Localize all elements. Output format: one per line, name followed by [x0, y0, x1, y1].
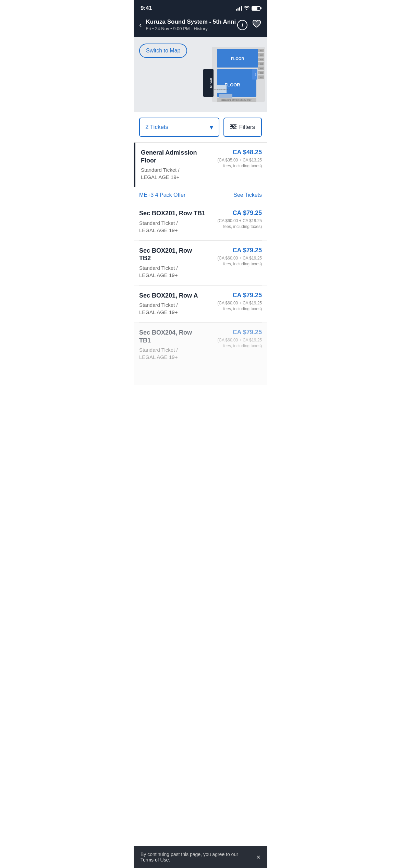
ticket-right: CA $79.25 (CA $60.00 + CA $19.25 fees, i…	[210, 329, 262, 349]
ticket-fee: (CA $60.00 + CA $19.25 fees, including t…	[210, 218, 262, 230]
heart-icon	[252, 20, 261, 30]
svg-text:MIX: MIX	[255, 73, 257, 76]
ticket-item[interactable]: General AdmissionFloor Standard Ticket /…	[134, 143, 267, 187]
svg-text:FLOOR: FLOOR	[225, 82, 241, 87]
ticket-section-name: Sec BOX201, Row A	[139, 292, 206, 300]
ticket-section-name: Sec BOX201, Row TB1	[139, 209, 206, 217]
ticket-item[interactable]: Sec BOX201, Row A Standard Ticket /LEGAL…	[134, 286, 267, 322]
svg-text:STAGE: STAGE	[209, 78, 212, 88]
ticket-price: CA $79.25	[210, 247, 262, 254]
wifi-icon	[244, 6, 250, 11]
ticket-section-name: General AdmissionFloor	[141, 149, 206, 164]
offer-label: ME+3 4 Pack Offer	[139, 192, 185, 198]
svg-point-31	[231, 124, 233, 126]
tickets-dropdown[interactable]: 2 Tickets ▾	[139, 118, 219, 137]
ticket-item[interactable]: Sec BOX204, RowTB1 Standard Ticket /LEGA…	[134, 323, 267, 385]
ticket-right: CA $79.25 (CA $60.00 + CA $19.25 fees, i…	[210, 209, 262, 230]
ticket-item[interactable]: Sec BOX201, Row TB1 Standard Ticket /LEG…	[134, 203, 267, 240]
ticket-left: Sec BOX204, RowTB1 Standard Ticket /LEGA…	[139, 329, 210, 361]
ticket-details: Standard Ticket /LEGAL AGE 19+	[139, 219, 206, 234]
svg-point-33	[232, 128, 233, 129]
venue-map-svg: FLOOR 201 202 203 204 205 206 207 FLOOR …	[191, 44, 267, 105]
ticket-price: CA $48.25	[210, 149, 262, 156]
back-button[interactable]: ‹	[139, 21, 142, 29]
svg-text:203: 203	[260, 59, 263, 61]
ticket-right: CA $79.25 (CA $60.00 + CA $19.25 fees, i…	[210, 247, 262, 267]
ticket-left: Sec BOX201, Row A Standard Ticket /LEGAL…	[139, 292, 210, 316]
svg-text:MEZZANINE STANDING ROOM ONLY: MEZZANINE STANDING ROOM ONLY	[222, 99, 252, 101]
ticket-left: Sec BOX201, Row TB1 Standard Ticket /LEG…	[139, 209, 210, 234]
ticket-left: Sec BOX201, RowTB2 Standard Ticket /LEGA…	[139, 247, 210, 279]
map-section: Switch to Map FLOOR 201 202 203 204 205 …	[134, 37, 267, 112]
ticket-fee: (CA $60.00 + CA $19.25 fees, including t…	[210, 300, 262, 312]
tickets-count-label: 2 Tickets	[145, 124, 168, 131]
ticket-details: Standard Ticket /LEGAL AGE 19+	[139, 264, 206, 279]
header: ‹ Kuruza Sound System - 5th Anni Fri • 2…	[134, 15, 267, 37]
status-icons	[236, 6, 260, 11]
signal-icon	[236, 6, 242, 11]
ticket-fee: (CA $60.00 + CA $19.25 fees, including t…	[210, 255, 262, 267]
ticket-price: CA $79.25	[210, 329, 262, 336]
header-title-block: Kuruza Sound System - 5th Anni Fri • 24 …	[146, 19, 237, 31]
switch-to-map-button[interactable]: Switch to Map	[139, 44, 187, 58]
ticket-section-name: Sec BOX201, RowTB2	[139, 247, 206, 262]
event-title: Kuruza Sound System - 5th Anni	[146, 19, 237, 25]
svg-text:204: 204	[260, 63, 263, 65]
ticket-right: CA $48.25 (CA $35.00 + CA $13.25 fees, i…	[210, 149, 262, 169]
filters-button[interactable]: Filters	[223, 118, 262, 137]
filters-label: Filters	[239, 124, 255, 131]
ticket-price: CA $79.25	[210, 209, 262, 217]
svg-text:FLOOR: FLOOR	[231, 57, 244, 61]
svg-rect-25	[219, 94, 232, 98]
svg-point-32	[234, 126, 235, 128]
ticket-fee: (CA $35.00 + CA $13.25 fees, including t…	[210, 157, 262, 169]
event-subtitle: Fri • 24 Nov • 9:00 PM - History	[146, 26, 237, 31]
ticket-list: General AdmissionFloor Standard Ticket /…	[134, 143, 267, 385]
battery-icon	[252, 6, 260, 11]
svg-text:205: 205	[260, 68, 263, 70]
venue-map: FLOOR 201 202 203 204 205 206 207 FLOOR …	[187, 44, 267, 105]
ticket-details: Standard Ticket /LEGAL AGE 19+	[139, 346, 206, 361]
status-bar: 9:41	[134, 0, 267, 15]
ticket-section-name: Sec BOX204, RowTB1	[139, 329, 206, 344]
offer-row[interactable]: ME+3 4 Pack Offer See Tickets	[134, 187, 267, 203]
svg-text:207: 207	[260, 76, 263, 79]
info-button[interactable]: i	[237, 20, 247, 30]
filters-icon	[230, 124, 236, 131]
svg-text:201: 201	[260, 50, 263, 52]
ticket-fee: (CA $60.00 + CA $19.25 fees, including t…	[210, 337, 262, 349]
ticket-right: CA $79.25 (CA $60.00 + CA $19.25 fees, i…	[210, 292, 262, 312]
svg-text:STANDING ROOM ONLY: STANDING ROOM ONLY	[214, 89, 230, 91]
ticket-details: Standard Ticket /LEGAL AGE 19+	[141, 166, 206, 181]
ticket-item[interactable]: Sec BOX201, RowTB2 Standard Ticket /LEGA…	[134, 241, 267, 285]
status-time: 9:41	[141, 5, 152, 12]
ticket-price: CA $79.25	[210, 292, 262, 299]
filters-row: 2 Tickets ▾ Filters	[134, 112, 267, 143]
ticket-left: General AdmissionFloor Standard Ticket /…	[141, 149, 210, 181]
chevron-down-icon: ▾	[210, 123, 213, 131]
see-tickets-link[interactable]: See Tickets	[233, 192, 262, 198]
svg-text:202: 202	[260, 54, 263, 56]
header-actions: i	[237, 20, 262, 30]
svg-text:206: 206	[260, 72, 263, 74]
favorite-button[interactable]	[252, 20, 262, 30]
ticket-details: Standard Ticket /LEGAL AGE 19+	[139, 301, 206, 316]
